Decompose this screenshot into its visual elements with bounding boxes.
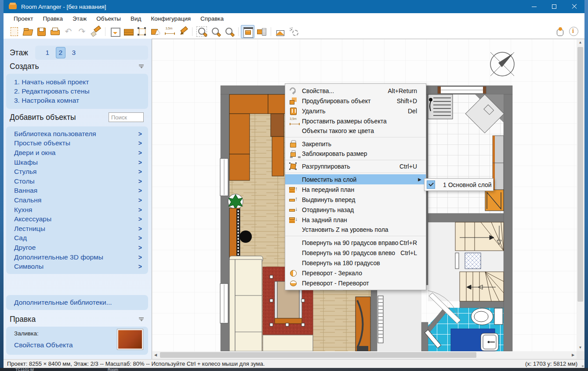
create-step-link[interactable]: 3. Настройка комнат (14, 97, 148, 104)
floor-button[interactable]: 1 (43, 47, 52, 58)
toolbar-button[interactable]: 3,5m (162, 25, 176, 38)
vertical-scroll-thumb[interactable] (577, 47, 583, 302)
toolbar-button[interactable] (566, 25, 580, 38)
stair-landing[interactable] (465, 253, 481, 269)
sofa-bottom[interactable] (263, 335, 313, 351)
maximize-button[interactable] (544, 0, 564, 13)
context-menu-item[interactable]: Отодвинуть назад ▶ (285, 205, 426, 215)
toolbar-button[interactable] (149, 25, 162, 38)
sofa[interactable] (229, 256, 263, 351)
toolbar-button[interactable] (241, 25, 254, 38)
context-menu-item[interactable]: Удалить Del ▶ (285, 106, 426, 116)
category-item[interactable]: Аксессуары (6, 214, 148, 224)
toolbar-button[interactable] (208, 25, 222, 38)
horizontal-scroll-thumb[interactable] (160, 352, 476, 358)
scroll-up-icon[interactable]: ▲ (577, 39, 584, 46)
category-item[interactable]: Другое (6, 243, 148, 252)
plant[interactable] (228, 194, 243, 209)
resize-grip[interactable] (582, 365, 584, 367)
bathroom-sink[interactable] (481, 333, 498, 351)
category-item[interactable]: Кухня (6, 205, 148, 215)
collapse-filter-icon[interactable] (139, 317, 144, 321)
context-menu-item[interactable]: На передний план ▶ (285, 184, 426, 195)
create-step-link[interactable]: 1. Начать новый проект (14, 78, 148, 86)
minimize-button[interactable] (524, 0, 544, 13)
menu-bar-item[interactable]: Вид (126, 13, 146, 25)
category-item[interactable]: Двери и окна (6, 148, 148, 158)
context-menu-item[interactable]: Разгруппировать Ctrl+U ▶ (285, 162, 426, 173)
toolbar-button[interactable] (273, 25, 287, 38)
toolbar-button[interactable] (135, 25, 149, 38)
toolbar-button[interactable] (121, 25, 135, 38)
collapse-filter-icon[interactable] (139, 65, 144, 68)
toolbar-button[interactable] (553, 25, 566, 38)
close-button[interactable] (564, 0, 584, 13)
kitchen-sink[interactable] (428, 94, 453, 119)
context-menu-item[interactable]: Повернуть на 90 градусов влево Ctrl+L ▶ (285, 248, 426, 258)
toolbar-button[interactable] (108, 25, 121, 38)
horizontal-scrollbar[interactable]: ◀ ▶ (152, 351, 577, 359)
wardrobe[interactable] (356, 297, 370, 351)
toolbar-button[interactable] (48, 25, 62, 38)
toolbar-button[interactable] (287, 25, 301, 38)
menu-bar-item[interactable]: Конфигурация (146, 13, 196, 25)
toilet[interactable] (471, 308, 503, 325)
toolbar-button[interactable] (254, 25, 268, 38)
cabinet-tall[interactable] (272, 137, 284, 176)
category-item[interactable]: Библиотека пользователя (6, 129, 148, 139)
context-menu-item[interactable]: Поместить на слой ▶ (285, 174, 426, 184)
toolbar-button[interactable] (222, 25, 236, 38)
taskbar-item[interactable]: Room (108, 368, 118, 371)
context-menu-item[interactable]: Объекты такого же цвета ▶ (285, 126, 426, 137)
context-menu-item[interactable]: Переворот - Зеркало ▶ (285, 268, 426, 278)
fill-color-swatch[interactable] (117, 329, 143, 349)
category-item[interactable]: Символы (6, 262, 148, 271)
wall-kitchen-bottom[interactable] (428, 213, 504, 222)
hall-radiator[interactable] (378, 296, 383, 343)
context-menu-item[interactable]: Повернуть на 90 градусов вправо Ctrl+R ▶ (285, 238, 426, 248)
category-item[interactable]: Дополнительные 3D формы (6, 252, 148, 262)
context-menu-item[interactable]: Продублировать объект Shift+D ▶ (285, 96, 426, 106)
scroll-left-icon[interactable]: ◀ (152, 351, 159, 359)
scroll-right-icon[interactable]: ▶ (570, 351, 577, 359)
kitchen-appliance[interactable] (485, 190, 504, 211)
toolbar-button[interactable] (75, 25, 89, 38)
context-menu-item[interactable]: Выдвинуть вперед ▶ (285, 195, 426, 205)
category-item[interactable]: Столы (6, 176, 148, 186)
toolbar-button[interactable] (89, 25, 102, 38)
piano[interactable] (229, 208, 240, 258)
toolbar-button[interactable] (62, 25, 75, 38)
toolbar-button[interactable] (21, 25, 34, 38)
wall-right[interactable] (504, 94, 512, 351)
vertical-scrollbar[interactable]: ▲ ▼ (577, 39, 584, 351)
context-menu-item[interactable]: Переворот - Переворот ▶ (285, 278, 426, 288)
kitchen-counter[interactable] (493, 136, 504, 191)
menu-bar-item[interactable]: Правка (38, 13, 68, 25)
context-menu-item[interactable]: Установить Z на уровень пола ▶ (285, 225, 426, 236)
category-item[interactable]: Шкафы (6, 158, 148, 167)
desk[interactable] (271, 114, 284, 137)
menu-bar-item[interactable]: Объекты (91, 13, 126, 25)
menu-bar-item[interactable]: Справка (196, 13, 229, 25)
toolbar-button[interactable] (34, 25, 48, 38)
context-menu-item[interactable]: Свойства... Alt+Return ▶ (285, 86, 426, 96)
category-item[interactable]: Ванная (6, 186, 148, 196)
context-menu-item[interactable]: Повернуть на 180 градусов ▶ (285, 258, 426, 268)
context-menu-item[interactable]: Заблокировать размер ▶ (285, 149, 426, 160)
create-step-link[interactable]: 2. Редактировать стены (14, 87, 148, 95)
toolbar-button[interactable] (176, 25, 189, 38)
more-libraries-link[interactable]: Дополнительные библиотеки... (14, 299, 112, 306)
category-item[interactable]: Спальня (6, 195, 148, 205)
context-menu-item[interactable]: 3,5m Проставить размеры объекта ▶ (285, 116, 426, 126)
wall-bathroom-top[interactable] (460, 301, 504, 308)
menu-bar-item[interactable]: Этаж (68, 13, 91, 25)
floor-button[interactable]: 3 (69, 47, 78, 58)
toolbar-button[interactable] (7, 25, 21, 38)
stool[interactable] (240, 231, 252, 243)
context-menu-item[interactable]: На задний план ▶ (285, 215, 426, 225)
context-menu-item[interactable]: Закрепить ▶ (285, 139, 426, 149)
category-item[interactable]: Простые объекты (6, 139, 148, 148)
category-item[interactable]: Лестницы (6, 224, 148, 234)
scroll-down-icon[interactable]: ▼ (577, 344, 584, 351)
category-item[interactable]: Сад (6, 234, 148, 243)
